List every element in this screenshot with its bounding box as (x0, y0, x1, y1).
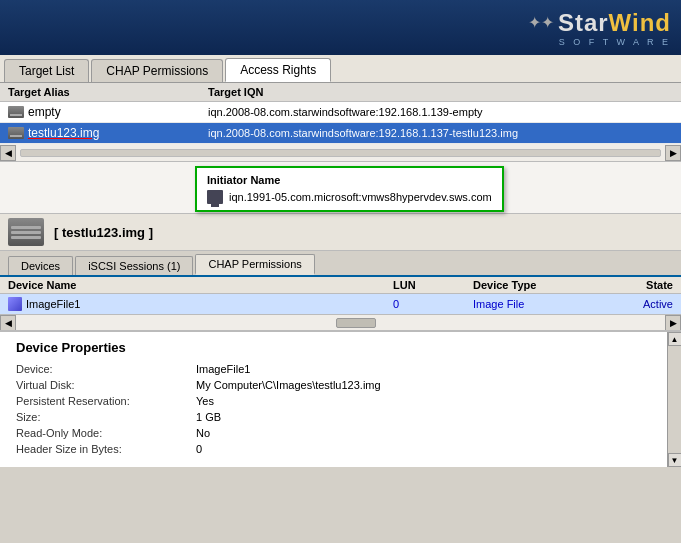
device-table-header: Device Name LUN Device Type State (0, 277, 681, 294)
col-device-type-header: Device Type (473, 279, 593, 291)
initiator-iqn: iqn.1991-05.com.microsoft:vmws8hypervdev… (229, 191, 492, 203)
prop-row-size: Size: 1 GB (16, 411, 665, 423)
col-device-name-header: Device Name (8, 279, 393, 291)
prop-value-device: ImageFile1 (196, 363, 665, 375)
logo-stars: ✦✦ (528, 13, 554, 32)
scrollbar-up-btn[interactable]: ▲ (668, 332, 682, 346)
target-alias-testlu: testlu123.img (28, 126, 99, 140)
target-alias-empty: empty (28, 105, 61, 119)
initiator-popup: Initiator Name iqn.1991-05.com.microsoft… (195, 166, 504, 212)
tab-target-list[interactable]: Target List (4, 59, 89, 82)
prop-label-size: Size: (16, 411, 196, 423)
target-table-header: Target Alias Target IQN (0, 83, 681, 102)
properties-title: Device Properties (16, 340, 665, 355)
col-alias-header: Target Alias (8, 86, 208, 98)
scroll-and-popup-area: ◀ ▶ Initiator Name iqn.1991-05.com.micro… (0, 144, 681, 214)
col-state-header: State (593, 279, 673, 291)
initiator-item: iqn.1991-05.com.microsoft:vmws8hypervdev… (207, 190, 492, 204)
header: ✦✦ StarWind S O F T W A R E (0, 0, 681, 55)
prop-label-persistent: Persistent Reservation: (16, 395, 196, 407)
target-table: Target Alias Target IQN empty iqn.2008-0… (0, 83, 681, 144)
device-icon (8, 218, 44, 246)
target-row-empty[interactable]: empty iqn.2008-08.com.starwindsoftware:1… (0, 102, 681, 123)
properties-section: Device Properties ▲ ▼ Device: ImageFile1… (0, 330, 681, 467)
scroll-left-arrow[interactable]: ◀ (0, 145, 16, 161)
imagefile-icon (8, 297, 22, 311)
sub-tab-iscsi-sessions[interactable]: iSCSI Sessions (1) (75, 256, 193, 275)
prop-value-readonly: No (196, 427, 665, 439)
disk-icon (8, 106, 24, 118)
target-iqn-testlu: iqn.2008-08.com.starwindsoftware:192.168… (208, 127, 673, 139)
prop-value-header-size: 0 (196, 443, 665, 455)
property-rows: Device: ImageFile1 Virtual Disk: My Comp… (16, 363, 665, 455)
tab-chap-permissions[interactable]: CHAP Permissions (91, 59, 223, 82)
h-scroll-bar: ◀ ▶ (0, 144, 681, 162)
right-scrollbar: ▲ ▼ (667, 332, 681, 467)
top-tabs: Target List CHAP Permissions Access Righ… (0, 55, 681, 83)
tab-access-rights[interactable]: Access Rights (225, 58, 331, 82)
sub-tab-chap-permissions[interactable]: CHAP Permissions (195, 254, 314, 275)
bottom-scroll-thumb (336, 318, 376, 328)
logo-subtitle: S O F T W A R E (528, 37, 671, 47)
device-state-value: Active (593, 298, 673, 310)
prop-row-device: Device: ImageFile1 (16, 363, 665, 375)
device-name-value: ImageFile1 (26, 298, 80, 310)
prop-value-size: 1 GB (196, 411, 665, 423)
prop-label-virtual-disk: Virtual Disk: (16, 379, 196, 391)
target-row-testlu[interactable]: testlu123.img iqn.2008-08.com.starwindso… (0, 123, 681, 144)
col-lun-header: LUN (393, 279, 473, 291)
device-row-imagefile1[interactable]: ImageFile1 0 Image File Active (0, 294, 681, 314)
prop-label-device: Device: (16, 363, 196, 375)
logo-text: StarWind (558, 9, 671, 37)
prop-row-persistent: Persistent Reservation: Yes (16, 395, 665, 407)
scrollbar-down-btn[interactable]: ▼ (668, 453, 682, 467)
target-iqn-empty: iqn.2008-08.com.starwindsoftware:192.168… (208, 106, 673, 118)
monitor-icon (207, 190, 223, 204)
prop-label-header-size: Header Size in Bytes: (16, 443, 196, 455)
device-lun-value: 0 (393, 298, 473, 310)
prop-value-persistent: Yes (196, 395, 665, 407)
bottom-scroll-right[interactable]: ▶ (665, 315, 681, 331)
prop-row-readonly: Read-Only Mode: No (16, 427, 665, 439)
prop-label-readonly: Read-Only Mode: (16, 427, 196, 439)
h-scroll-track (20, 149, 661, 157)
app-window: ✦✦ StarWind S O F T W A R E Target List … (0, 0, 681, 467)
device-name: [ testlu123.img ] (54, 225, 153, 240)
bottom-scroll-left[interactable]: ◀ (0, 315, 16, 331)
sub-tab-devices[interactable]: Devices (8, 256, 73, 275)
prop-row-header-size: Header Size in Bytes: 0 (16, 443, 665, 455)
device-section: [ testlu123.img ] (0, 214, 681, 251)
scroll-right-arrow[interactable]: ▶ (665, 145, 681, 161)
bottom-h-scroll: ◀ ▶ (0, 314, 681, 330)
sub-tabs: Devices iSCSI Sessions (1) CHAP Permissi… (0, 251, 681, 277)
initiator-popup-title: Initiator Name (207, 174, 492, 186)
disk-icon-2 (8, 127, 24, 139)
prop-row-virtual-disk: Virtual Disk: My Computer\C\Images\testl… (16, 379, 665, 391)
device-table: Device Name LUN Device Type State ImageF… (0, 277, 681, 314)
device-type-value: Image File (473, 298, 593, 310)
col-iqn-header: Target IQN (208, 86, 673, 98)
prop-value-virtual-disk: My Computer\C\Images\testlu123.img (196, 379, 665, 391)
